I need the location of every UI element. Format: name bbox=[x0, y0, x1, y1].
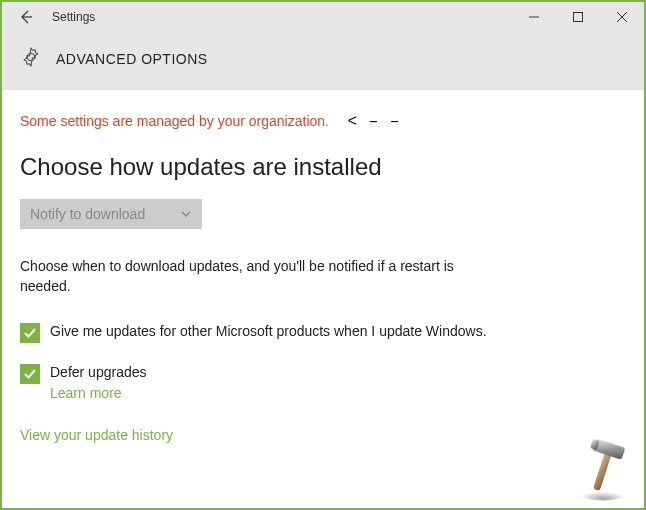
minimize-button[interactable] bbox=[512, 2, 556, 32]
window-controls bbox=[512, 2, 644, 32]
close-button[interactable] bbox=[600, 2, 644, 32]
section-heading: Choose how updates are installed bbox=[20, 153, 626, 181]
checkbox-label-other-products: Give me updates for other Microsoft prod… bbox=[50, 322, 487, 342]
checkbox-defer-upgrades[interactable] bbox=[20, 364, 40, 384]
hammer-watermark-icon bbox=[568, 432, 638, 502]
checkmark-icon bbox=[23, 367, 37, 381]
close-icon bbox=[617, 12, 627, 22]
checkbox-row-defer-upgrades: Defer upgrades Learn more bbox=[20, 363, 626, 401]
checkbox-label-defer-upgrades: Defer upgrades bbox=[50, 363, 147, 383]
update-mode-dropdown: Notify to download bbox=[20, 199, 202, 229]
organization-warning: Some settings are managed by your organi… bbox=[20, 113, 329, 129]
update-description: Choose when to download updates, and you… bbox=[20, 257, 480, 296]
svg-rect-2 bbox=[574, 13, 583, 22]
checkbox-row-other-products: Give me updates for other Microsoft prod… bbox=[20, 322, 626, 343]
gear-icon bbox=[20, 46, 42, 72]
learn-more-link[interactable]: Learn more bbox=[50, 385, 147, 401]
page-header: ADVANCED OPTIONS bbox=[2, 32, 644, 90]
maximize-button[interactable] bbox=[556, 2, 600, 32]
minimize-icon bbox=[529, 12, 539, 22]
checkmark-icon bbox=[23, 326, 37, 340]
chevron-down-icon bbox=[180, 208, 192, 220]
back-button[interactable] bbox=[10, 2, 42, 32]
titlebar: Settings bbox=[2, 2, 644, 32]
maximize-icon bbox=[573, 12, 583, 22]
dropdown-value: Notify to download bbox=[30, 206, 145, 222]
checkbox-other-products[interactable] bbox=[20, 323, 40, 343]
content-area: Some settings are managed by your organi… bbox=[2, 90, 644, 462]
arrow-left-icon bbox=[18, 9, 34, 25]
svg-rect-6 bbox=[593, 451, 612, 490]
arrow-annotation: < – – bbox=[347, 113, 400, 131]
page-title: ADVANCED OPTIONS bbox=[56, 51, 208, 67]
update-history-link[interactable]: View your update history bbox=[20, 427, 173, 443]
svg-point-5 bbox=[579, 487, 627, 501]
window-title: Settings bbox=[52, 10, 512, 24]
